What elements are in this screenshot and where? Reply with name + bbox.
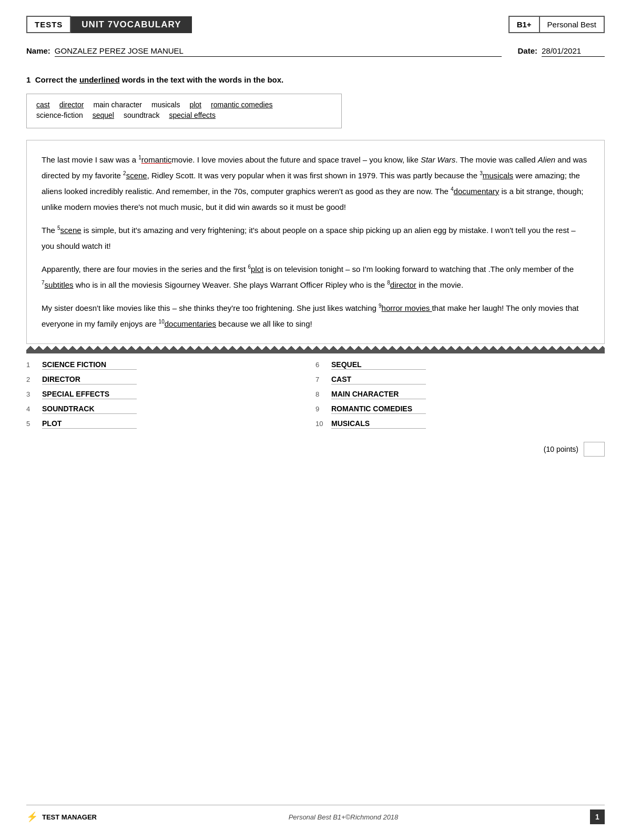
word-sequel: sequel xyxy=(93,111,114,119)
date-value: 28/01/2021 xyxy=(542,46,605,57)
answer-row-4: 4 SOUNDTRACK xyxy=(26,402,316,417)
footer-page-number: 1 xyxy=(590,809,605,824)
answer-num-2: 2 xyxy=(26,376,37,383)
word-musicals-3: musicals xyxy=(483,171,513,180)
answer-row-1: 1 SCIENCE FICTION xyxy=(26,358,316,372)
word-subtitles-7: subtitles xyxy=(45,280,74,289)
header-left: TESTS UNIT 7VOCABULARY xyxy=(26,16,192,33)
unit-label: UNIT 7VOCABULARY xyxy=(82,19,181,29)
word-horror-9: horror movies xyxy=(382,303,432,312)
footer: ⚡ TEST MANAGER Personal Best B1+©Richmon… xyxy=(26,805,605,824)
answer-num-10: 10 xyxy=(316,420,326,428)
word-romantic-comedies: romantic comedies xyxy=(211,100,273,109)
personal-best-badge: Personal Best xyxy=(540,16,605,33)
date-section: Date: 28/01/2021 xyxy=(517,46,605,57)
instruction: 1 Correct the underlined words in the te… xyxy=(26,75,605,84)
answer-text-9: ROMANTIC COMEDIES xyxy=(331,404,426,414)
word-plot-6: plot xyxy=(251,265,263,274)
paragraph-3: Apparently, there are four movies in the… xyxy=(42,261,589,293)
answer-num-7: 7 xyxy=(316,376,326,383)
answer-row-6: 6 SEQUEL xyxy=(316,358,605,372)
answers-grid: 1 SCIENCE FICTION 2 DIRECTOR 3 SPECIAL E… xyxy=(26,358,605,431)
answer-text-4: SOUNDTRACK xyxy=(42,404,137,414)
word-box-line2: science-fiction sequel soundtrack specia… xyxy=(36,111,332,119)
answer-text-5: PLOT xyxy=(42,419,137,429)
word-box-line1: cast director main character musicals pl… xyxy=(36,100,332,109)
name-label: Name: xyxy=(26,46,50,55)
tests-badge: TESTS xyxy=(26,16,71,33)
points-row: (10 points) xyxy=(26,442,605,457)
word-science-fiction: science-fiction xyxy=(36,111,83,119)
word-soundtrack: soundtrack xyxy=(124,111,159,119)
level-badge: B1+ xyxy=(508,16,540,33)
answer-num-6: 6 xyxy=(316,361,326,369)
answer-text-2: DIRECTOR xyxy=(42,375,137,384)
word-documentaries-10: documentaries xyxy=(165,319,216,328)
answer-text-6: SEQUEL xyxy=(331,360,426,370)
paragraph-1: The last movie I saw was a 1romanticmovi… xyxy=(42,152,589,215)
test-manager-icon: ⚡ xyxy=(26,811,38,823)
word-special-effects: special effects xyxy=(169,111,215,119)
answer-num-8: 8 xyxy=(316,390,326,398)
word-plot: plot xyxy=(189,100,201,109)
answers-left: 1 SCIENCE FICTION 2 DIRECTOR 3 SPECIAL E… xyxy=(26,358,316,431)
instruction-text-after: words in the text with the words in the … xyxy=(120,75,284,84)
word-musicals: musicals xyxy=(151,100,180,109)
word-director: director xyxy=(59,100,84,109)
answer-row-10: 10 MUSICALS xyxy=(316,417,605,431)
word-scene-2: scene xyxy=(126,171,147,180)
footer-left: ⚡ TEST MANAGER xyxy=(26,811,97,823)
answer-row-5: 5 PLOT xyxy=(26,417,316,431)
personal-best-label: Personal Best xyxy=(547,20,596,29)
tests-label: TESTS xyxy=(35,20,63,29)
word-box: cast director main character musicals pl… xyxy=(26,94,342,128)
answer-row-9: 9 ROMANTIC COMEDIES xyxy=(316,402,605,417)
points-label: (10 points) xyxy=(544,445,578,453)
answer-num-4: 4 xyxy=(26,405,37,413)
word-director-8: director xyxy=(390,280,416,289)
unit-badge: UNIT 7VOCABULARY xyxy=(71,16,191,33)
answer-num-9: 9 xyxy=(316,405,326,413)
footer-copyright: Personal Best B1+©Richmond 2018 xyxy=(289,813,399,821)
instruction-underline-word: underlined xyxy=(79,75,120,84)
footer-manager-label: TEST MANAGER xyxy=(42,813,97,821)
answer-row-3: 3 SPECIAL EFFECTS xyxy=(26,387,316,402)
date-label: Date: xyxy=(517,46,537,55)
level-label: B1+ xyxy=(517,20,532,29)
word-cast: cast xyxy=(36,100,50,109)
answer-num-1: 1 xyxy=(26,361,37,369)
instruction-number: 1 xyxy=(26,75,30,84)
answer-text-1: SCIENCE FICTION xyxy=(42,360,137,370)
paragraph-4: My sister doesn't like movies like this … xyxy=(42,300,589,332)
paragraph-2: The 5scene is simple, but it's amazing a… xyxy=(42,222,589,254)
answer-text-8: MAIN CHARACTER xyxy=(331,390,426,399)
answer-text-3: SPECIAL EFFECTS xyxy=(42,390,137,399)
answer-num-5: 5 xyxy=(26,420,37,428)
page-header: TESTS UNIT 7VOCABULARY B1+ Personal Best xyxy=(26,16,605,33)
name-section: Name: GONZALEZ PEREZ JOSE MANUEL xyxy=(26,46,502,57)
points-box[interactable] xyxy=(584,442,605,457)
header-right: B1+ Personal Best xyxy=(508,16,605,33)
passage-box: The last movie I saw was a 1romanticmovi… xyxy=(26,140,605,344)
answer-text-10: MUSICALS xyxy=(331,419,426,429)
answer-row-7: 7 CAST xyxy=(316,372,605,387)
answer-text-7: CAST xyxy=(331,375,426,384)
answers-section: 1 SCIENCE FICTION 2 DIRECTOR 3 SPECIAL E… xyxy=(26,358,605,431)
zigzag-divider xyxy=(26,344,605,353)
answer-num-3: 3 xyxy=(26,390,37,398)
instruction-text-before: Correct the xyxy=(35,75,79,84)
answer-row-8: 8 MAIN CHARACTER xyxy=(316,387,605,402)
word-scene-5: scene xyxy=(60,226,82,235)
answers-right: 6 SEQUEL 7 CAST 8 MAIN CHARACTER 9 ROMAN… xyxy=(316,358,605,431)
answer-row-2: 2 DIRECTOR xyxy=(26,372,316,387)
name-date-row: Name: GONZALEZ PEREZ JOSE MANUEL Date: 2… xyxy=(26,46,605,59)
word-romantic: romantic xyxy=(141,155,172,164)
word-main-character: main character xyxy=(93,100,142,109)
name-value: GONZALEZ PEREZ JOSE MANUEL xyxy=(55,46,502,57)
word-documentary-4: documentary xyxy=(454,187,500,196)
